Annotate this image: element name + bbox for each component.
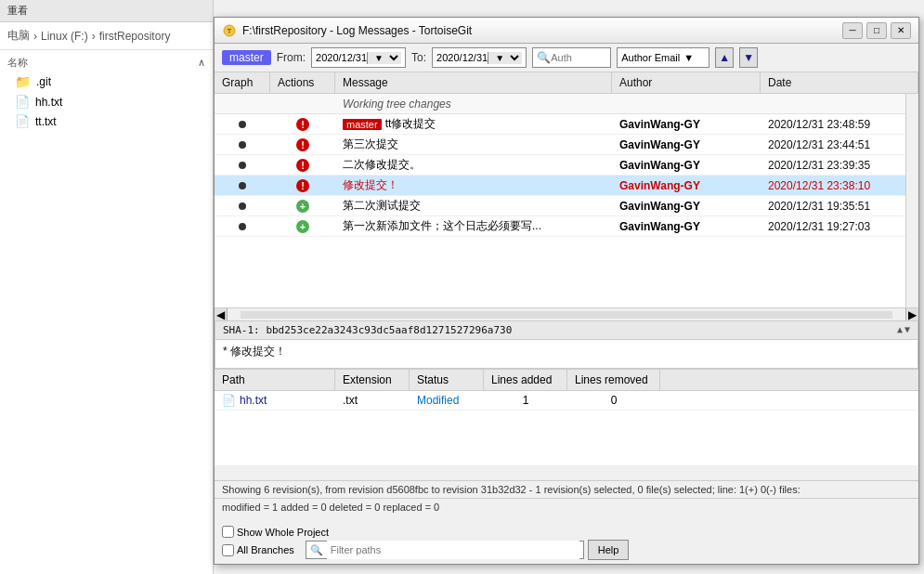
breadcrumb: 电脑 › Linux (F:) › firstRepository xyxy=(0,22,213,50)
scroll-right-button[interactable]: ▶ xyxy=(905,308,918,321)
maximize-button[interactable]: □ xyxy=(866,22,887,39)
close-button[interactable]: ✕ xyxy=(891,22,911,39)
all-branches-input[interactable] xyxy=(222,544,234,556)
nav-item-tt[interactable]: 📄 tt.txt xyxy=(0,111,213,131)
breadcrumb-repo[interactable]: firstRepository xyxy=(99,30,171,43)
show-whole-project-input[interactable] xyxy=(222,526,234,538)
horizontal-scrollbar[interactable]: ◀ ▶ xyxy=(215,307,918,320)
sha-scroll-up-button[interactable]: ▲ xyxy=(897,324,903,336)
log-row[interactable]: ! 第三次提交 GavinWang-GY 2020/12/31 23:44:51 xyxy=(215,135,918,155)
nav-item-hh[interactable]: 📄 hh.txt xyxy=(0,92,213,111)
sha-value: bbd253ce22a3243c93dc5aaf8d1271527296a730 xyxy=(266,324,512,336)
log-row[interactable]: ! 二次修改提交。 GavinWang-GY 2020/12/31 23:39:… xyxy=(215,155,918,176)
file-extension-cell: .txt xyxy=(335,391,410,410)
sha-area: SHA-1: bbd253ce22a3243c93dc5aaf8d1271527… xyxy=(215,320,918,369)
graph-cell xyxy=(215,196,270,215)
scroll-left-button[interactable]: ◀ xyxy=(215,308,228,321)
to-date-dropdown[interactable]: ▼ xyxy=(488,52,522,64)
search-box[interactable]: 🔍 xyxy=(532,47,611,68)
plus-icon: + xyxy=(296,220,309,233)
sha-label: SHA-1: xyxy=(223,324,260,336)
action-cell: + xyxy=(270,196,335,215)
col-graph: Graph xyxy=(215,72,270,93)
to-label: To: xyxy=(411,51,426,64)
from-date-input[interactable]: 2020/12/31 ▼ xyxy=(311,47,406,68)
breadcrumb-computer[interactable]: 电脑 xyxy=(7,28,30,44)
file-col-status: Status xyxy=(410,370,484,390)
action-cell: + xyxy=(270,216,335,236)
col-author: Author xyxy=(612,72,761,93)
message-text: tt修改提交 xyxy=(385,116,436,132)
folder-icon: 📁 xyxy=(15,74,31,89)
file-col-lines-removed: Lines removed xyxy=(567,370,660,390)
filter-search-icon: 🔍 xyxy=(310,544,323,556)
sha-content: SHA-1: bbd253ce22a3243c93dc5aaf8d1271527… xyxy=(223,324,512,336)
bottom-controls: Show Whole Project xyxy=(215,524,918,540)
log-row[interactable]: + 第一次新添加文件；这个日志必须要写... GavinWang-GY 2020… xyxy=(215,216,918,237)
scroll-track xyxy=(241,311,892,319)
wt-actions xyxy=(270,94,335,113)
all-branches-checkbox[interactable]: All Branches xyxy=(222,544,294,556)
filter-input-container[interactable]: 🔍 xyxy=(306,541,584,559)
graph-dot xyxy=(239,141,246,149)
graph-cell xyxy=(215,114,270,134)
log-table-header: Graph Actions Message Author Date xyxy=(215,72,918,94)
nav-item-label: .git xyxy=(36,75,51,88)
log-row[interactable]: ! master tt修改提交 GavinWang-GY 2020/12/31 … xyxy=(215,114,918,135)
show-whole-project-checkbox[interactable]: Show Whole Project xyxy=(222,526,329,538)
author-cell: GavinWang-GY xyxy=(612,135,761,154)
author-cell: GavinWang-GY xyxy=(612,196,761,215)
show-whole-project-label: Show Whole Project xyxy=(237,527,329,538)
file-lines-removed-cell: 0 xyxy=(567,391,660,410)
wt-author xyxy=(612,94,761,113)
graph-dot xyxy=(239,182,246,189)
file-path-link[interactable]: hh.txt xyxy=(240,394,267,407)
help-button[interactable]: Help xyxy=(588,540,630,560)
search-input[interactable] xyxy=(551,52,606,63)
filter-row: All Branches 🔍 Help xyxy=(215,540,918,560)
author-email-dropdown[interactable]: Author Email ▼ xyxy=(617,47,709,68)
graph-cell xyxy=(215,155,270,175)
log-rows: Working tree changes ! master tt修改提交 Gav… xyxy=(215,94,918,237)
from-date-value: 2020/12/31 xyxy=(316,52,367,63)
branch-badge[interactable]: master xyxy=(222,50,271,65)
date-cell: 2020/12/31 23:38:10 xyxy=(761,176,918,195)
up-nav-button[interactable]: ▲ xyxy=(715,47,734,68)
down-nav-button[interactable]: ▼ xyxy=(739,47,758,68)
svg-text:T: T xyxy=(228,27,232,35)
to-date-input[interactable]: 2020/12/31 ▼ xyxy=(432,47,527,68)
breadcrumb-drive[interactable]: Linux (F:) xyxy=(41,30,88,43)
nav-header: 名称 ∧ xyxy=(0,54,213,72)
dropdown-arrow-icon: ▼ xyxy=(683,52,694,63)
nav-item-label: hh.txt xyxy=(35,96,62,109)
graph-dot xyxy=(239,202,246,210)
explorer-nav: 名称 ∧ 📁 .git 📄 hh.txt 📄 tt.txt xyxy=(0,50,213,135)
vertical-scrollbar[interactable] xyxy=(905,94,918,307)
error-icon: ! xyxy=(296,138,309,151)
window-controls: ─ □ ✕ xyxy=(842,22,911,39)
sha-header: SHA-1: bbd253ce22a3243c93dc5aaf8d1271527… xyxy=(215,321,917,340)
file-col-path: Path xyxy=(215,370,335,390)
file-row[interactable]: 📄 hh.txt .txt Modified 1 0 xyxy=(215,391,918,411)
working-tree-row[interactable]: Working tree changes xyxy=(215,94,918,114)
graph-cell xyxy=(215,216,270,236)
nav-item-git[interactable]: 📁 .git xyxy=(0,72,213,92)
message-cell: master tt修改提交 xyxy=(335,114,612,134)
window-title: F:\firstRepository - Log Messages - Tort… xyxy=(242,24,842,37)
file-table-body: 📄 hh.txt .txt Modified 1 0 xyxy=(215,391,918,465)
action-cell: ! xyxy=(270,135,335,154)
file-icon: 📄 xyxy=(15,114,30,128)
sha-scroll-down-button[interactable]: ▼ xyxy=(904,324,910,336)
log-row[interactable]: + 第二次测试提交 GavinWang-GY 2020/12/31 19:35:… xyxy=(215,196,918,216)
filter-paths-input[interactable] xyxy=(327,541,579,559)
file-col-extension: Extension xyxy=(335,370,410,390)
file-table-header: Path Extension Status Lines added Lines … xyxy=(215,369,918,391)
error-icon: ! xyxy=(296,179,309,192)
col-message: Message xyxy=(335,72,612,93)
error-icon: ! xyxy=(296,118,309,131)
date-cell: 2020/12/31 23:48:59 xyxy=(761,114,918,134)
from-date-dropdown[interactable]: ▼ xyxy=(367,52,401,64)
log-row-selected[interactable]: ! 修改提交！ GavinWang-GY 2020/12/31 23:38:10 xyxy=(215,176,918,196)
minimize-button[interactable]: ─ xyxy=(842,22,863,39)
graph-cell xyxy=(215,135,270,154)
